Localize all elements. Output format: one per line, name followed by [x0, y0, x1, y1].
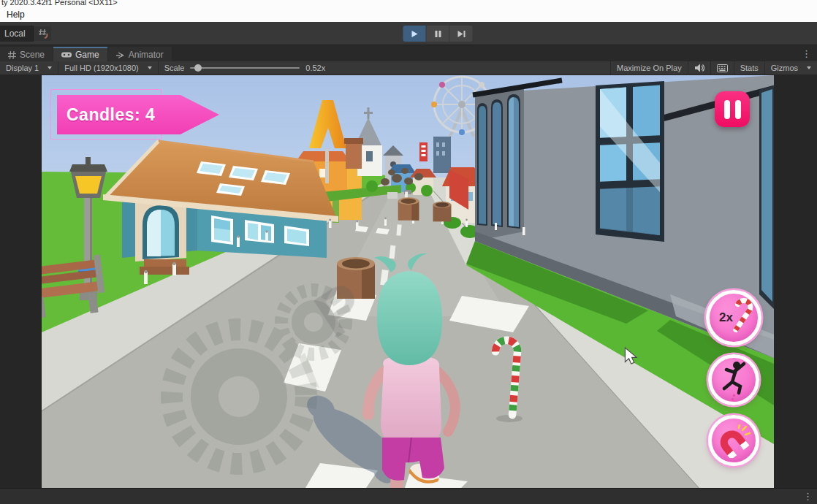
- pause-icon: [735, 100, 741, 119]
- tab-game[interactable]: Game: [53, 47, 107, 61]
- window-title: ty 2020.3.42f1 Personal <DX11>: [0, 0, 817, 7]
- powerup-jump-button[interactable]: [708, 354, 759, 405]
- play-icon: [411, 30, 419, 38]
- titlebar: ty 2020.3.42f1 Personal <DX11>: [0, 0, 817, 7]
- pause-icon: [434, 30, 441, 38]
- magnet-icon: [718, 424, 751, 458]
- animator-arrow-icon: [116, 51, 125, 59]
- maximize-on-play-button[interactable]: Maximize On Play: [610, 61, 688, 75]
- step-icon: [457, 30, 466, 38]
- scale-value: 0.52x: [305, 64, 325, 72]
- scale-control: Scale 0.52x: [159, 61, 331, 75]
- pivot-local-button[interactable]: Local: [0, 26, 34, 42]
- game-toolbar-right: Maximize On Play Sta: [610, 61, 817, 75]
- view-tabs: Scene Game Animator ⋮: [0, 45, 817, 61]
- banner-arrow-shape: Candles: 4: [57, 95, 219, 134]
- dropdown-caret-icon: [148, 66, 152, 69]
- maximize-label: Maximize On Play: [617, 64, 682, 72]
- step-button[interactable]: [450, 26, 473, 42]
- jumping-person-icon: [720, 360, 749, 401]
- gamepad-icon: [61, 51, 72, 58]
- stats-button[interactable]: Stats: [734, 61, 764, 75]
- tab-game-label: Game: [75, 50, 99, 60]
- game-viewport-area: P: [0, 75, 817, 488]
- speaker-icon: [694, 64, 704, 72]
- powerup-double-candy-button[interactable]: 2x: [706, 290, 761, 345]
- dropdown-caret-icon: [48, 66, 52, 69]
- menubar: Help: [0, 7, 817, 22]
- display-label: Display 1: [6, 64, 39, 72]
- statusbar-overflow-menu[interactable]: ⋮: [797, 491, 817, 502]
- scale-slider[interactable]: [190, 67, 300, 69]
- mute-audio-button[interactable]: [688, 61, 710, 75]
- grid-icon: [8, 51, 16, 59]
- candy-cane-icon: [729, 297, 755, 334]
- resolution-label: Full HD (1920x1080): [64, 64, 139, 72]
- mouse-cursor-arrow: [624, 347, 639, 365]
- powerup-magnet-button[interactable]: [708, 415, 759, 466]
- local-label: Local: [4, 28, 26, 39]
- tab-scene-label: Scene: [20, 50, 45, 60]
- candles-counter-banner: Candles: 4: [57, 95, 219, 134]
- gizmos-dropdown[interactable]: Gizmos: [764, 61, 817, 75]
- candles-counter-label: Candles: 4: [57, 105, 155, 125]
- scale-slider-handle[interactable]: [194, 64, 202, 72]
- grid-snap-icon: [38, 28, 49, 39]
- scale-label: Scale: [164, 64, 185, 72]
- game-view-toolbar: Display 1 Full HD (1920x1080) Scale 0.52…: [0, 61, 817, 75]
- game-pause-button[interactable]: [715, 91, 750, 127]
- play-controls: [403, 26, 473, 42]
- keyboard-icon: [717, 64, 728, 72]
- display-dropdown[interactable]: Display 1: [0, 61, 58, 75]
- menu-help[interactable]: Help: [1, 9, 30, 20]
- pause-icon: [724, 100, 730, 119]
- tab-animator[interactable]: Animator: [108, 47, 172, 61]
- unity-editor-window: ty 2020.3.42f1 Personal <DX11> Help Loca…: [0, 0, 817, 504]
- stats-label: Stats: [740, 64, 759, 72]
- game-render-surface[interactable]: P: [42, 75, 774, 488]
- main-toolbar: Local: [0, 22, 817, 45]
- pause-button[interactable]: [427, 26, 449, 42]
- grid-snap-button[interactable]: [35, 26, 51, 41]
- dropdown-caret-icon: [807, 66, 811, 69]
- tab-animator-label: Animator: [129, 50, 164, 60]
- input-debug-button[interactable]: [710, 61, 734, 75]
- tab-overflow-menu[interactable]: ⋮: [796, 48, 817, 59]
- tab-scene[interactable]: Scene: [0, 47, 53, 61]
- play-button[interactable]: [403, 26, 426, 42]
- gizmos-label: Gizmos: [771, 64, 798, 72]
- status-bar: ⋮: [0, 488, 817, 504]
- resolution-dropdown[interactable]: Full HD (1920x1080): [58, 61, 159, 75]
